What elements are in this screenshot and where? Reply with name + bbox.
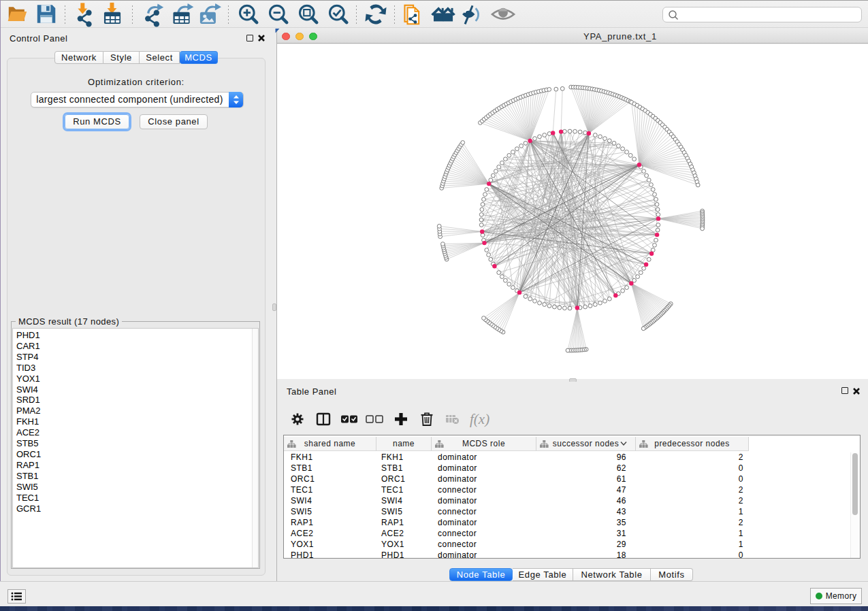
svg-text:f(x): f(x) (470, 411, 489, 427)
